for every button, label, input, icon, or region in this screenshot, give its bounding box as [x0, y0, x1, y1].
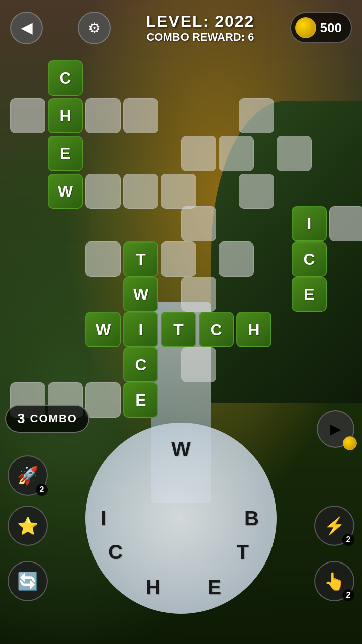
tile-empty-1-6 — [239, 98, 274, 133]
tile-empty-4-8 — [329, 206, 362, 242]
tile-C-witch[interactable]: C — [199, 312, 234, 347]
tile-empty-2-7 — [277, 136, 312, 171]
wheel-letter-T[interactable]: T — [237, 541, 249, 564]
wheel-letter-I[interactable]: I — [101, 507, 106, 530]
letter-wheel[interactable]: W I B C T H E — [85, 423, 277, 614]
tile-H-1[interactable]: H — [48, 98, 83, 133]
tile-empty-3-3 — [123, 174, 158, 209]
lightning-icon: ⚡ — [324, 516, 345, 536]
combo-reward-label: COMBO REWARD: 6 — [146, 31, 255, 44]
coin-icon — [295, 17, 316, 38]
star-button[interactable]: ⭐ — [8, 506, 48, 546]
lightning-badge: 2 — [342, 534, 354, 546]
header: ◀ ⚙ LEVEL: 2022 COMBO REWARD: 6 500 — [0, 0, 362, 55]
tile-E-9[interactable]: E — [123, 382, 158, 418]
level-info: LEVEL: 2022 COMBO REWARD: 6 — [146, 12, 255, 44]
tile-E-ice[interactable]: E — [292, 277, 327, 312]
tile-T-5[interactable]: T — [123, 242, 158, 277]
tile-empty-5-3 — [161, 242, 196, 277]
rocket-badge: 2 — [36, 484, 48, 496]
tile-empty-9-2 — [85, 382, 121, 418]
game-grid: C H E W I T C W E W I T C H C E — [0, 55, 362, 387]
tile-C-0[interactable]: C — [48, 60, 83, 96]
film-icon: ▶ — [330, 421, 341, 437]
refresh-button[interactable]: 🔄 — [8, 561, 48, 601]
tile-empty-1-0 — [10, 98, 45, 133]
rocket-button[interactable]: 🚀 2 — [8, 455, 48, 496]
tile-C-ice[interactable]: C — [292, 242, 327, 277]
finger-icon: 👆 — [324, 571, 345, 591]
tile-empty-5-5 — [219, 242, 254, 277]
tile-empty-1-3 — [123, 98, 158, 133]
tile-empty-3-2 — [85, 174, 121, 209]
tile-C-8[interactable]: C — [123, 347, 158, 382]
tile-T-witch[interactable]: T — [161, 312, 196, 347]
combo-badge: 3 COMBO — [5, 405, 89, 433]
coin-reward-icon — [343, 436, 357, 450]
lightning-button[interactable]: ⚡ 2 — [314, 506, 354, 546]
back-button[interactable]: ◀ — [10, 12, 43, 44]
combo-label: COMBO — [30, 412, 77, 425]
level-label: LEVEL: 2022 — [146, 12, 255, 31]
tile-W-3[interactable]: W — [48, 174, 83, 209]
wheel-letter-C[interactable]: C — [108, 541, 123, 564]
back-arrow-icon: ◀ — [21, 20, 32, 36]
tile-empty-2-4 — [181, 136, 216, 171]
star-icon: ⭐ — [17, 516, 38, 536]
rocket-icon: 🚀 — [17, 465, 38, 486]
tile-W-6[interactable]: W — [123, 277, 158, 312]
tile-empty-3-6 — [239, 174, 274, 209]
refresh-icon: 🔄 — [17, 571, 38, 591]
tile-E-2[interactable]: E — [48, 136, 83, 171]
tile-empty-3-4 — [161, 174, 196, 209]
tile-I-witch[interactable]: I — [123, 312, 158, 347]
tile-empty-8-4 — [181, 347, 216, 382]
coin-display: 500 — [290, 12, 352, 43]
finger-badge: 2 — [342, 589, 354, 601]
tile-H-witch[interactable]: H — [236, 312, 272, 347]
coin-amount: 500 — [320, 20, 342, 36]
wheel-letter-H[interactable]: H — [146, 576, 160, 599]
tile-empty-6-4 — [181, 277, 216, 312]
hint-button[interactable]: 👆 2 — [314, 561, 354, 601]
settings-button[interactable]: ⚙ — [78, 12, 111, 44]
tile-W-witch[interactable]: W — [85, 312, 121, 347]
video-reward-button[interactable]: ▶ — [317, 410, 354, 448]
wheel-letter-B[interactable]: B — [244, 507, 259, 530]
tile-empty-2-5 — [219, 136, 254, 171]
wheel-letter-W[interactable]: W — [171, 438, 191, 460]
tile-I-ice[interactable]: I — [292, 206, 327, 242]
tile-empty-5-1 — [85, 242, 121, 277]
tile-empty-4-4 — [181, 206, 216, 242]
wheel-letter-E[interactable]: E — [208, 576, 221, 599]
combo-number: 3 — [17, 411, 25, 427]
tile-empty-1-2 — [85, 98, 121, 133]
gear-icon: ⚙ — [88, 20, 101, 36]
